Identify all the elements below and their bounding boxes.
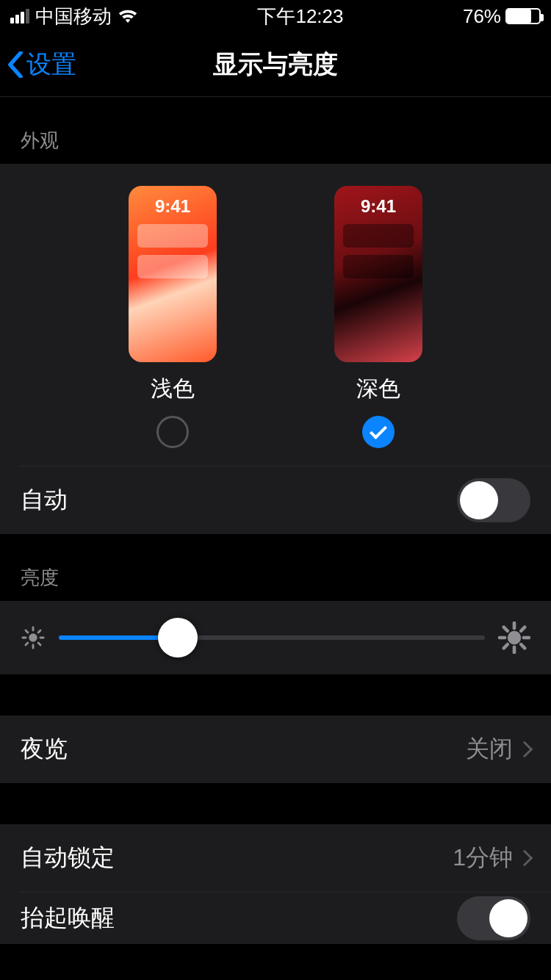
radio-light[interactable] <box>156 416 189 448</box>
back-label: 设置 <box>26 48 76 82</box>
preview-widget <box>343 224 414 248</box>
carrier-label: 中国移动 <box>35 4 112 29</box>
preview-light: 9:41 <box>129 186 217 362</box>
night-shift-value-text: 关闭 <box>466 733 513 765</box>
battery-percent: 76% <box>463 5 501 28</box>
gap <box>0 674 551 716</box>
svg-point-9 <box>508 631 521 644</box>
svg-line-14 <box>504 627 508 631</box>
auto-lock-value: 1分钟 <box>453 842 530 874</box>
theme-label-dark: 深色 <box>356 374 400 404</box>
row-auto-appearance[interactable]: 自动 <box>0 466 551 534</box>
appearance-options: 9:41 浅色 9:41 深色 <box>0 164 551 466</box>
page-title: 显示与亮度 <box>0 48 551 82</box>
gap <box>0 783 551 824</box>
sun-max-icon <box>498 621 530 654</box>
back-button[interactable]: 设置 <box>0 48 76 82</box>
raise-to-wake-toggle[interactable] <box>457 896 530 940</box>
theme-option-light[interactable]: 9:41 浅色 <box>129 186 217 448</box>
theme-option-dark[interactable]: 9:41 深色 <box>334 186 422 448</box>
preview-widget <box>137 255 208 278</box>
lock-group: 自动锁定 1分钟 抬起唤醒 <box>0 824 551 944</box>
night-shift-label: 夜览 <box>21 733 68 765</box>
row-night-shift[interactable]: 夜览 关闭 <box>0 716 551 783</box>
status-time: 下午12:23 <box>257 4 343 29</box>
sun-min-icon <box>21 625 46 650</box>
svg-line-16 <box>504 644 508 648</box>
svg-line-6 <box>38 643 40 645</box>
svg-line-7 <box>26 643 28 645</box>
slider-thumb[interactable] <box>158 618 198 657</box>
status-left: 中国移动 <box>10 4 138 29</box>
signal-icon <box>10 9 29 24</box>
status-bar: 中国移动 下午12:23 76% <box>0 0 551 32</box>
radio-dark[interactable] <box>362 416 395 448</box>
row-auto-lock[interactable]: 自动锁定 1分钟 <box>0 824 551 892</box>
nav-bar: 设置 显示与亮度 <box>0 32 551 97</box>
toggle-knob <box>460 481 498 519</box>
chevron-left-icon <box>7 51 24 78</box>
appearance-group: 9:41 浅色 9:41 深色 自动 <box>0 164 551 534</box>
chevron-right-icon <box>516 850 533 867</box>
svg-line-15 <box>521 644 525 648</box>
svg-point-0 <box>29 633 37 641</box>
night-shift-group: 夜览 关闭 <box>0 716 551 783</box>
wifi-icon <box>118 9 138 24</box>
row-raise-to-wake[interactable]: 抬起唤醒 <box>0 893 551 944</box>
toggle-knob <box>489 899 527 937</box>
svg-line-17 <box>521 627 525 631</box>
status-right: 76% <box>463 5 541 28</box>
auto-label: 自动 <box>21 484 68 516</box>
preview-time: 9:41 <box>334 196 422 217</box>
section-header-appearance: 外观 <box>0 97 551 164</box>
svg-line-5 <box>26 630 28 633</box>
brightness-row <box>0 601 551 674</box>
brightness-group <box>0 601 551 674</box>
theme-label-light: 浅色 <box>151 374 195 404</box>
night-shift-value: 关闭 <box>466 733 530 765</box>
auto-lock-label: 自动锁定 <box>21 842 115 874</box>
auto-lock-value-text: 1分钟 <box>453 842 513 874</box>
section-header-brightness: 亮度 <box>0 534 551 601</box>
auto-toggle[interactable] <box>457 478 530 522</box>
brightness-slider[interactable] <box>59 635 485 640</box>
battery-icon <box>505 8 541 24</box>
raise-to-wake-label: 抬起唤醒 <box>21 902 115 934</box>
chevron-right-icon <box>516 741 533 758</box>
svg-line-8 <box>38 630 40 633</box>
preview-widget <box>343 255 414 278</box>
preview-dark: 9:41 <box>334 186 422 362</box>
preview-time: 9:41 <box>129 196 217 217</box>
preview-widget <box>137 224 208 248</box>
checkmark-icon <box>370 422 387 439</box>
